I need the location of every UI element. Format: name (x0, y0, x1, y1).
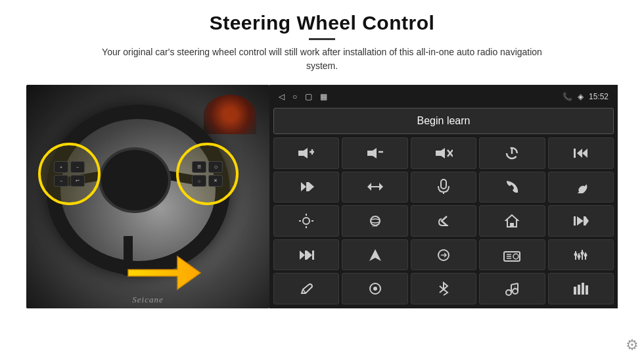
svg-rect-19 (441, 180, 446, 189)
svg-text:♪: ♪ (514, 285, 516, 289)
svg-point-56 (373, 287, 377, 291)
svg-marker-13 (301, 182, 306, 191)
svg-text:360°: 360° (372, 224, 379, 227)
svg-point-60 (513, 289, 518, 294)
svg-marker-0 (298, 148, 308, 158)
svg-marker-10 (582, 149, 587, 158)
svg-marker-16 (367, 183, 371, 191)
sound-bars-btn[interactable] (548, 273, 614, 304)
svg-line-58 (440, 289, 444, 293)
svg-point-59 (506, 290, 511, 295)
gear-settings-btn[interactable]: ⚙ (626, 337, 639, 354)
svg-point-53 (584, 253, 587, 256)
prev-next-btn[interactable] (342, 172, 407, 203)
brightness-btn[interactable] (273, 205, 339, 237)
svg-point-27 (371, 219, 380, 223)
btn-cross: ✕ (208, 175, 223, 187)
svg-rect-67 (582, 283, 584, 295)
camera360-btn[interactable]: 360° (342, 205, 407, 237)
status-bar: ◁ ○ ▢ ▦ 📞 ◈ 15:52 (273, 89, 614, 105)
svg-marker-3 (367, 148, 377, 158)
svg-marker-34 (586, 216, 589, 226)
back-icon[interactable]: ◁ (279, 92, 285, 101)
pen-btn[interactable] (273, 273, 339, 304)
icon-grid: 360° (273, 137, 614, 304)
svg-rect-30 (510, 223, 514, 227)
direction-arrow (125, 247, 204, 293)
phone-btn[interactable] (479, 172, 545, 203)
page-subtitle: Your original car's steering wheel contr… (92, 45, 552, 73)
watermark: Seicane (132, 295, 163, 305)
steering-wheel-inner (99, 147, 171, 213)
equalizer-btn[interactable] (548, 239, 614, 271)
home-nav-btn[interactable] (479, 205, 545, 237)
next-track-btn[interactable] (273, 172, 339, 203)
svg-rect-41 (504, 252, 520, 261)
page-container: Steering Wheel Control Your original car… (0, 0, 644, 359)
vol-down-btn[interactable] (342, 137, 407, 169)
svg-rect-12 (574, 149, 576, 158)
bluetooth-btn[interactable] (411, 273, 476, 304)
content-area: + ~ − ↩ ☰ ◇ ○ ✕ (26, 85, 618, 308)
svg-marker-15 (309, 182, 314, 191)
svg-marker-18 (379, 183, 383, 191)
title-section: Steering Wheel Control Your original car… (92, 12, 552, 81)
vol-up-btn[interactable] (273, 137, 339, 169)
skip-prev-btn[interactable] (548, 205, 614, 237)
svg-marker-39 (369, 249, 381, 261)
page-wrapper: Steering Wheel Control Your original car… (0, 0, 644, 359)
navigation-btn[interactable] (342, 239, 407, 271)
music-btn[interactable]: ♪ (479, 273, 545, 304)
settings-ring-btn[interactable] (342, 273, 407, 304)
back-nav-btn[interactable] (411, 205, 476, 237)
svg-marker-5 (436, 148, 445, 158)
btn-diamond: ◇ (208, 161, 223, 173)
svg-point-21 (303, 218, 310, 224)
skip-next-btn[interactable] (273, 239, 339, 271)
btn-circle-sm: ○ (192, 175, 206, 187)
svg-rect-38 (312, 251, 314, 260)
svg-rect-36 (305, 251, 307, 260)
signal-icon: ▦ (320, 92, 327, 101)
clock: 15:52 (589, 92, 609, 101)
button-circle-right: ☰ ◇ ○ ✕ (176, 143, 239, 205)
gauge-hint (204, 95, 256, 134)
svg-rect-14 (306, 182, 309, 191)
power-btn[interactable] (479, 137, 545, 169)
status-right: 📞 ◈ 15:52 (563, 92, 609, 101)
btn-minus: − (54, 175, 68, 187)
begin-learn-button[interactable]: Begin learn (273, 108, 614, 134)
phone-status-icon: 📞 (563, 92, 572, 101)
hang-up-btn[interactable] (548, 172, 614, 203)
btn-phone-sm: ↩ (70, 175, 85, 187)
btn-mode: ~ (70, 161, 85, 173)
title-divider (309, 38, 335, 40)
svg-rect-33 (584, 216, 586, 226)
button-circle-left: + ~ − ↩ (38, 143, 101, 205)
vol-mute-btn[interactable] (411, 137, 476, 169)
svg-marker-11 (577, 149, 582, 158)
svg-point-51 (577, 254, 580, 258)
page-title: Steering Wheel Control (92, 12, 552, 34)
left-btn-grid: + ~ − ↩ (49, 156, 90, 192)
wifi-icon: ◈ (578, 92, 584, 101)
mic-btn[interactable] (411, 172, 476, 203)
svg-rect-68 (586, 285, 588, 295)
svg-point-50 (574, 252, 577, 256)
steering-wheel-image: + ~ − ↩ ☰ ◇ ○ ✕ (26, 85, 269, 308)
svg-marker-35 (300, 251, 305, 260)
svg-rect-65 (574, 287, 576, 295)
svg-marker-37 (307, 251, 312, 260)
btn-plus: + (54, 161, 68, 173)
arrow-container (125, 247, 204, 295)
svg-point-52 (580, 251, 584, 254)
svg-marker-32 (577, 216, 584, 226)
home-circle-icon[interactable]: ○ (292, 92, 297, 101)
radio-btn[interactable] (479, 239, 545, 271)
svg-point-42 (513, 254, 518, 259)
prev-end-btn[interactable] (548, 137, 614, 169)
right-btn-grid: ☰ ◇ ○ ✕ (187, 156, 228, 192)
recents-icon[interactable]: ▢ (305, 92, 312, 101)
switch-btn[interactable] (411, 239, 476, 271)
control-interface: ◁ ○ ▢ ▦ 📞 ◈ 15:52 Begin learn (269, 85, 618, 308)
